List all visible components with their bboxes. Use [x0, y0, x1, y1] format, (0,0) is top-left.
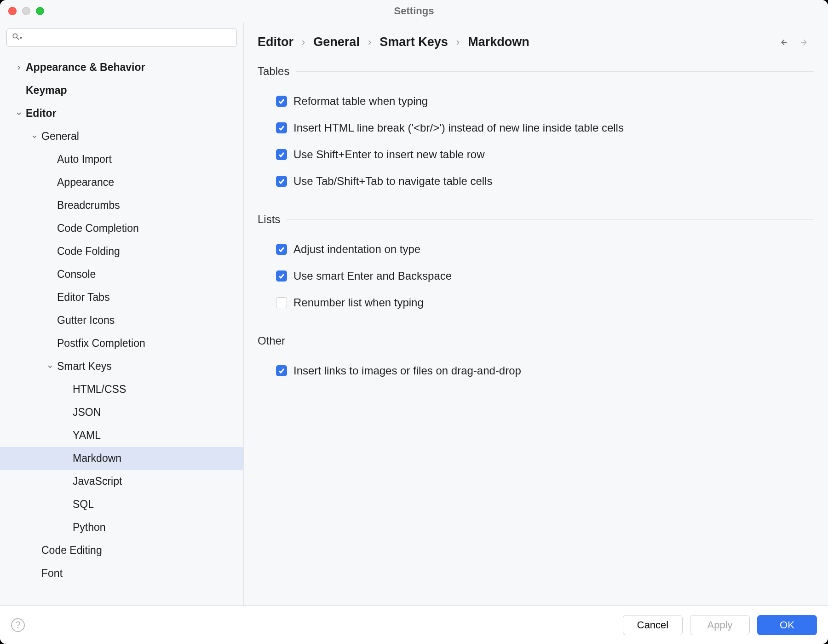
- chevron-right-icon: [15, 63, 23, 72]
- tree-item-label: Editor Tabs: [57, 291, 110, 304]
- tree-item-label: JSON: [73, 406, 101, 419]
- tree-item-label: Postfix Completion: [57, 337, 145, 350]
- tree-item-label: YAML: [73, 429, 101, 442]
- tree-item[interactable]: Postfix Completion: [0, 332, 243, 355]
- breadcrumb-item[interactable]: Markdown: [468, 35, 529, 49]
- tree-item-label: Python: [73, 521, 106, 534]
- tree-item-label: Console: [57, 268, 96, 281]
- tree-item[interactable]: Editor: [0, 102, 243, 125]
- tree-item-label: Code Folding: [57, 245, 120, 258]
- checkbox-option[interactable]: Use smart Enter and Backspace: [258, 263, 814, 289]
- breadcrumb-separator-icon: ›: [456, 36, 460, 48]
- nav-forward-icon[interactable]: [799, 37, 810, 47]
- checkbox-option[interactable]: Reformat table when typing: [258, 88, 814, 115]
- tree-item-label: Code Completion: [57, 222, 139, 235]
- chevron-down-icon: [46, 362, 54, 371]
- cancel-button[interactable]: Cancel: [623, 615, 683, 635]
- breadcrumb: Editor›General›Smart Keys›Markdown: [258, 35, 529, 49]
- tree-item-label: HTML/CSS: [73, 383, 126, 396]
- tree-item[interactable]: Appearance: [0, 171, 243, 194]
- sidebar: ▾ Appearance & BehaviorKeymapEditorGener…: [0, 22, 244, 605]
- checkbox-icon[interactable]: [276, 365, 287, 376]
- tree-item-label: Gutter Icons: [57, 314, 115, 327]
- checkbox-icon[interactable]: [276, 270, 287, 282]
- search-dropdown-icon[interactable]: ▾: [20, 35, 22, 40]
- tree-item[interactable]: Breadcrumbs: [0, 194, 243, 217]
- checkbox-icon[interactable]: [276, 122, 287, 133]
- tree-item[interactable]: JavaScript: [0, 470, 243, 493]
- checkbox-label: Use Tab/Shift+Tab to navigate table cell…: [293, 175, 493, 188]
- tree-item-label: SQL: [73, 498, 94, 511]
- tree-item[interactable]: Font: [0, 562, 243, 585]
- checkbox-option[interactable]: Insert links to images or files on drag-…: [258, 357, 814, 384]
- tree-item[interactable]: Console: [0, 263, 243, 286]
- tree-item[interactable]: HTML/CSS: [0, 378, 243, 401]
- tree-item-label: Appearance: [57, 176, 114, 189]
- section-other: Other Insert links to images or files on…: [258, 334, 814, 384]
- tree-item[interactable]: Smart Keys: [0, 355, 243, 378]
- breadcrumb-item[interactable]: Smart Keys: [380, 35, 448, 49]
- search-field[interactable]: [25, 33, 232, 43]
- chevron-down-icon: [30, 132, 39, 141]
- checkbox-icon[interactable]: [276, 244, 287, 255]
- tree-item-label: Appearance & Behavior: [26, 61, 145, 74]
- breadcrumb-item[interactable]: General: [313, 35, 360, 49]
- tree-item-label: Markdown: [73, 452, 121, 465]
- breadcrumb-separator-icon: ›: [302, 36, 305, 48]
- nav-back-icon[interactable]: [778, 37, 788, 47]
- checkbox-option[interactable]: Use Shift+Enter to insert new table row: [258, 141, 814, 168]
- tree-item-label: Editor: [26, 107, 56, 120]
- apply-button[interactable]: Apply: [690, 615, 750, 635]
- tree-item[interactable]: SQL: [0, 493, 243, 516]
- tree-item[interactable]: Markdown: [0, 447, 243, 470]
- checkbox-label: Adjust indentation on type: [293, 243, 420, 256]
- tree-item[interactable]: Code Completion: [0, 217, 243, 240]
- checkbox-option[interactable]: Use Tab/Shift+Tab to navigate table cell…: [258, 168, 814, 195]
- checkbox-icon[interactable]: [276, 297, 287, 308]
- tree-item-label: Keymap: [26, 84, 67, 97]
- ok-button[interactable]: OK: [757, 615, 817, 635]
- checkbox-icon[interactable]: [276, 176, 287, 187]
- settings-window: Settings ▾ Appearance & BehaviorKeymapEd…: [0, 0, 828, 644]
- tree-item[interactable]: JSON: [0, 401, 243, 424]
- checkbox-icon[interactable]: [276, 149, 287, 160]
- tree-item[interactable]: Code Folding: [0, 240, 243, 263]
- tree-item-label: Breadcrumbs: [57, 199, 120, 212]
- tree-item[interactable]: Gutter Icons: [0, 309, 243, 332]
- tree-item[interactable]: Editor Tabs: [0, 286, 243, 309]
- tree-item[interactable]: Python: [0, 516, 243, 539]
- settings-tree: Appearance & BehaviorKeymapEditorGeneral…: [0, 52, 243, 585]
- footer: ? Cancel Apply OK: [0, 605, 828, 644]
- section-title: Lists: [258, 213, 280, 226]
- checkbox-option[interactable]: Renumber list when typing: [258, 289, 814, 316]
- checkbox-option[interactable]: Insert HTML line break ('<br/>') instead…: [258, 115, 814, 141]
- tree-item[interactable]: YAML: [0, 424, 243, 447]
- tree-item[interactable]: Keymap: [0, 79, 243, 102]
- search-input[interactable]: ▾: [6, 29, 237, 47]
- checkbox-label: Insert links to images or files on drag-…: [293, 364, 521, 377]
- tree-item-label: Font: [41, 567, 63, 580]
- tree-item-label: JavaScript: [73, 475, 122, 488]
- tree-item[interactable]: Auto Import: [0, 148, 243, 171]
- checkbox-option[interactable]: Adjust indentation on type: [258, 236, 814, 263]
- help-button[interactable]: ?: [11, 618, 25, 632]
- search-icon: [12, 32, 21, 43]
- tree-item-label: Smart Keys: [57, 360, 112, 373]
- tree-item-label: Auto Import: [57, 153, 112, 166]
- section-tables: Tables Reformat table when typingInsert …: [258, 65, 814, 195]
- breadcrumb-separator-icon: ›: [368, 36, 371, 48]
- checkbox-label: Renumber list when typing: [293, 296, 424, 309]
- section-lists: Lists Adjust indentation on typeUse smar…: [258, 213, 814, 316]
- tree-item[interactable]: Code Editing: [0, 539, 243, 562]
- section-title: Other: [258, 334, 285, 347]
- section-title: Tables: [258, 65, 289, 78]
- tree-item[interactable]: General: [0, 125, 243, 148]
- checkbox-label: Use Shift+Enter to insert new table row: [293, 148, 485, 161]
- tree-item-label: Code Editing: [41, 544, 102, 557]
- tree-item[interactable]: Appearance & Behavior: [0, 56, 243, 79]
- checkbox-icon[interactable]: [276, 96, 287, 107]
- breadcrumb-item[interactable]: Editor: [258, 35, 293, 49]
- content-pane: Editor›General›Smart Keys›Markdown Table…: [244, 22, 828, 605]
- window-title: Settings: [0, 5, 828, 17]
- checkbox-label: Use smart Enter and Backspace: [293, 270, 452, 282]
